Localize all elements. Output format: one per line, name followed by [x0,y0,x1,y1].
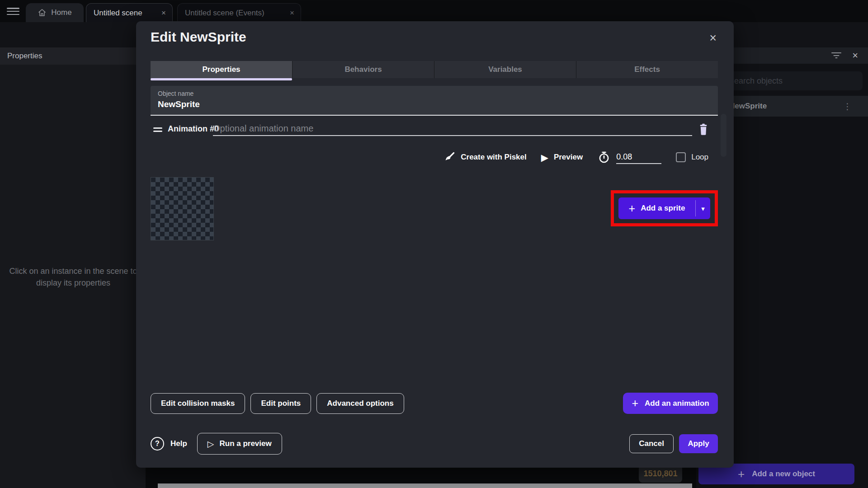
object-name-input[interactable] [158,99,700,109]
create-with-piskel-label: Create with Piskel [461,153,527,162]
plus-icon: + [738,468,745,480]
add-sprite-dropdown[interactable]: ▾ [696,197,710,219]
tab-home[interactable]: Home [26,3,84,22]
properties-empty-message: Click on an instance in the scene to dis… [0,265,148,289]
apply-button[interactable]: Apply [679,434,718,453]
preview-button[interactable]: ▶ Preview [541,153,583,162]
object-name-field[interactable]: Object name [151,86,718,116]
dialog-scrollbar-thumb[interactable] [721,114,726,157]
add-an-animation-label: Add an animation [645,399,709,408]
tab-properties[interactable]: Properties [151,61,292,78]
tab-label: Effects [634,65,660,74]
properties-panel-header: Properties [0,47,146,65]
plus-icon: + [632,398,638,409]
delete-animation-icon[interactable] [696,122,711,137]
loop-checkbox[interactable] [676,152,686,162]
tab-behaviors[interactable]: Behaviors [292,61,434,78]
app-root: Home Untitled scene × Untitled scene (Ev… [0,0,868,488]
tab-label: Behaviors [344,65,382,74]
tab-untitled-scene[interactable]: Untitled scene × [86,3,173,22]
tab-close-icon[interactable]: × [161,9,166,17]
filter-icon[interactable] [831,52,841,59]
help-icon[interactable]: ? [151,437,164,450]
search-objects-input[interactable] [722,71,863,90]
chevron-down-icon: ▾ [701,205,705,212]
animation-tools-row: Create with Piskel ▶ Preview Loop [443,147,708,168]
add-an-animation-button[interactable]: + Add an animation [623,393,718,414]
preview-label: Preview [554,153,583,162]
tab-label: Untitled scene [94,9,142,18]
animation-label: Animation #0 [168,124,219,134]
annotation-highlight-box: + Add a sprite ▾ [611,190,718,226]
tab-home-label: Home [51,8,71,17]
advanced-options-button[interactable]: Advanced options [316,393,404,414]
brush-icon [443,151,455,164]
edit-points-button[interactable]: Edit points [250,393,311,414]
properties-panel: Properties Click on an instance in the s… [0,47,146,488]
tab-close-icon[interactable]: × [290,9,294,17]
animation-drag-handle[interactable] [153,127,162,133]
dialog-tabs: Properties Behaviors Variables Effects [151,61,718,78]
play-outline-icon: ▷ [208,440,214,448]
tab-untitled-scene-events[interactable]: Untitled scene (Events) × [177,3,301,22]
sprite-thumbnail-placeholder[interactable] [151,177,214,240]
run-a-preview-button[interactable]: ▷ Run a preview [197,433,282,455]
dialog-close-icon[interactable]: × [709,32,717,44]
edit-collision-masks-button[interactable]: Edit collision masks [151,393,245,414]
help-label[interactable]: Help [170,439,187,448]
animation-actions-row: Edit collision masks Edit points Advance… [151,393,718,414]
tab-label: Variables [488,65,522,74]
kebab-menu-icon[interactable]: ⋮ [843,101,852,112]
add-new-object-label: Add a new object [752,469,815,479]
dialog-title: Edit NewSprite [151,29,246,45]
dialog-footer: ? Help ▷ Run a preview Cancel Apply [151,433,718,455]
run-a-preview-label: Run a preview [219,439,271,448]
cancel-button[interactable]: Cancel [629,434,674,453]
plus-icon: + [629,203,636,214]
properties-panel-title: Properties [7,52,42,61]
edit-object-dialog: Edit NewSprite × Properties Behaviors Va… [136,21,734,468]
tab-label: Properties [202,65,240,74]
animation-name-input[interactable] [213,122,692,136]
timer-icon [597,150,611,164]
tab-variables[interactable]: Variables [434,61,576,78]
tab-effects[interactable]: Effects [576,61,718,78]
time-between-frames-input[interactable] [616,150,661,164]
home-icon [38,8,47,17]
top-bar: Home Untitled scene × Untitled scene (Ev… [0,0,868,22]
loop-label: Loop [691,153,708,162]
add-a-sprite-button[interactable]: + Add a sprite ▾ [618,197,710,219]
play-icon: ▶ [541,153,548,162]
active-tab-underline [151,78,292,80]
create-with-piskel-button[interactable]: Create with Piskel [443,151,527,164]
main-menu-icon[interactable] [7,8,19,15]
tab-label: Untitled scene (Events) [185,9,264,18]
panel-close-icon[interactable]: × [852,51,858,61]
object-name-field-label: Object name [158,90,193,97]
add-a-sprite-label: Add a sprite [641,204,685,213]
scene-canvas-edge [158,483,692,488]
